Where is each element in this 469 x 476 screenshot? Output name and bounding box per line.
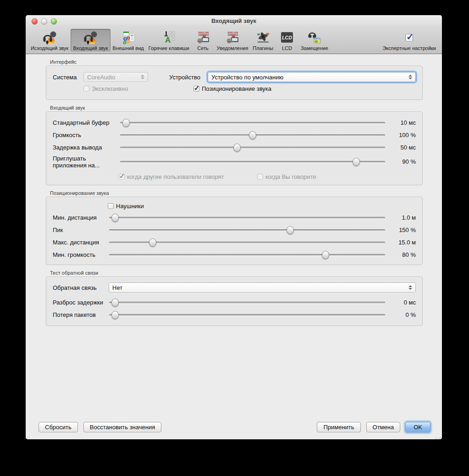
attenuate-others-talk-checkbox[interactable] [119, 174, 125, 180]
overlay-icon [307, 30, 322, 45]
attenuate-you-talk-checkbox[interactable] [257, 174, 263, 180]
toolbar-item-output-sound[interactable]: Исходящий звук [28, 29, 71, 51]
slider-value: 15.0 м [389, 239, 416, 246]
network-icon [195, 30, 211, 45]
toolbar-item-input-sound[interactable]: Входящий звук [71, 29, 110, 51]
group-title: Входящий звук [50, 105, 423, 111]
max-distance-slider[interactable] [109, 238, 386, 247]
output-delay-slider[interactable] [120, 144, 386, 152]
toolbar-expert-settings[interactable]: Экспертные настройки [380, 29, 438, 51]
slider-track[interactable] [120, 161, 385, 163]
ok-button[interactable]: OK [405, 422, 430, 432]
slider-value: 100 % [389, 132, 416, 138]
slider-handle[interactable] [122, 119, 130, 127]
window-header: Входящий звук Исходящий звук Входящий зв… [26, 15, 442, 54]
slider-label: Разброс задержки [53, 299, 105, 306]
delay-variance-slider[interactable] [109, 299, 386, 307]
toolbar-item-overlay[interactable]: Замещение [298, 29, 331, 51]
toolbar-item-notifications[interactable]: Уведомления [215, 29, 251, 51]
cancel-button[interactable]: Отмена [366, 422, 401, 432]
device-select[interactable]: Устройство по умолчанию [208, 72, 416, 82]
sound-output-icon [42, 30, 57, 45]
slider-track[interactable] [109, 217, 385, 219]
group-title: Позиционирование звука [50, 190, 423, 196]
stepper-arrows-icon [141, 75, 144, 79]
slider-value: 150 % [389, 227, 416, 233]
apply-button[interactable]: Применить [317, 422, 360, 432]
group-title: Тест обратной связи [50, 270, 423, 276]
slider-value: 80 % [389, 251, 416, 258]
titlebar[interactable]: Входящий звук [26, 15, 442, 27]
slider-track[interactable] [120, 147, 385, 149]
slider-label: Макс. дистанция [53, 239, 105, 246]
slider-track[interactable] [109, 229, 385, 231]
exclusive-checkbox[interactable] [83, 86, 89, 92]
default-jitter-slider[interactable] [120, 119, 386, 127]
slider-handle[interactable] [287, 226, 294, 234]
toolbar-item-plugins[interactable]: Плагины [250, 29, 276, 51]
bloom-slider[interactable] [109, 226, 386, 234]
slider-handle[interactable] [353, 158, 360, 166]
stepper-arrows-icon [408, 75, 412, 79]
slider-row: Макс. дистанция 15.0 м [53, 236, 416, 249]
reset-button[interactable]: Сбросить [39, 422, 78, 432]
slider-label: Громкость [53, 132, 116, 138]
slider-label: Мин. громкость [53, 251, 105, 258]
system-select[interactable]: CoreAudio [83, 72, 148, 82]
slider-label: Приглушать приложения на... [53, 155, 116, 169]
attenuate-apps-slider[interactable] [120, 158, 386, 166]
toolbar-item-shortcuts[interactable]: A Горячие клавиши [146, 29, 192, 51]
slider-track[interactable] [109, 314, 385, 316]
headphones-checkbox[interactable] [108, 203, 114, 209]
slider-row: Пик 150 % [53, 224, 416, 236]
slider-value: 1.0 м [389, 214, 416, 221]
toolbar-item-appearance[interactable]: Внешний вид [110, 29, 146, 51]
slider-label: Задержка вывода [53, 144, 116, 151]
slider-value: 10 мс [389, 119, 416, 126]
minimize-button[interactable] [41, 18, 47, 24]
slider-handle[interactable] [249, 131, 256, 139]
min-distance-slider[interactable] [109, 214, 386, 222]
expert-settings-checkbox[interactable] [405, 34, 413, 42]
slider-row: Потеря пакетов 0 % [53, 309, 416, 321]
slider-handle[interactable] [111, 299, 119, 307]
input-sound-group: Входящий звук Стандартный буфер 10 мс Гр… [46, 105, 423, 185]
slider-value: 0 % [389, 311, 416, 318]
preferences-window: Входящий звук Исходящий звук Входящий зв… [26, 15, 442, 439]
slider-label: Пик [53, 227, 105, 233]
toolbar-item-lcd[interactable]: LCD LCD [276, 29, 298, 51]
min-volume-slider[interactable] [109, 251, 386, 259]
sound-input-icon [83, 30, 98, 45]
slider-handle[interactable] [149, 238, 156, 247]
slider-track[interactable] [109, 302, 385, 304]
system-label: Система [53, 74, 80, 81]
toolbar-item-network[interactable]: Сеть [192, 29, 215, 51]
slider-track[interactable] [120, 122, 385, 124]
zoom-button[interactable] [51, 18, 57, 24]
slider-track[interactable] [109, 254, 385, 256]
restore-defaults-button[interactable]: Восстановить значения [83, 422, 161, 432]
toolbar: Исходящий звук Входящий звук [26, 27, 442, 54]
resize-grip[interactable] [435, 437, 441, 439]
notifications-icon [225, 30, 240, 45]
loopback-select[interactable]: Нет [109, 282, 416, 293]
volume-slider[interactable] [120, 131, 386, 139]
slider-row: Задержка вывода 50 мс [53, 141, 416, 154]
plugins-icon [255, 30, 271, 45]
positional-audio-checkbox[interactable] [193, 86, 199, 92]
slider-handle[interactable] [233, 144, 241, 152]
slider-handle[interactable] [111, 214, 119, 222]
slider-value: 50 мс [389, 144, 416, 151]
positional-audio-group: Позиционирование звука Наушники Мин. дис… [46, 190, 423, 265]
packet-loss-slider[interactable] [109, 311, 386, 319]
svg-text:A: A [165, 36, 171, 44]
slider-label: Потеря пакетов [53, 311, 105, 318]
shortcuts-icon: A [161, 30, 177, 45]
slider-value: 90 % [389, 158, 416, 165]
slider-handle[interactable] [322, 251, 329, 259]
appearance-icon [121, 30, 136, 45]
slider-value: 0 мс [389, 299, 416, 306]
stepper-arrows-icon [408, 285, 412, 290]
close-button[interactable] [32, 18, 38, 24]
slider-handle[interactable] [111, 311, 119, 319]
